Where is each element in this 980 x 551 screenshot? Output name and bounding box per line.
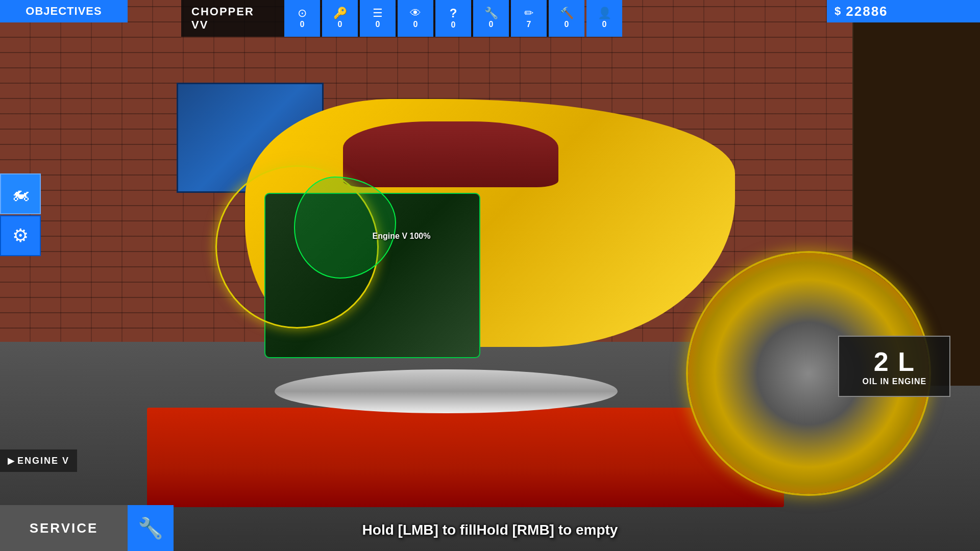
edit-icon-btn[interactable]: ✏ 7 bbox=[511, 0, 547, 37]
oil-info-box: 2 L OIL IN ENGINE bbox=[838, 336, 950, 397]
left-panel: 🏍 ⚙ bbox=[0, 173, 41, 257]
service-tools-icon: 🔧 bbox=[138, 516, 163, 540]
eye-icon-count: 0 bbox=[413, 20, 418, 29]
menu-icon-btn[interactable]: ☰ 0 bbox=[360, 0, 396, 37]
view-icon-btn[interactable]: ⊙ 0 bbox=[284, 0, 320, 37]
money-icon: $ bbox=[835, 5, 841, 18]
bike-view-button[interactable]: 🏍 bbox=[0, 173, 41, 214]
wrench-icon-count: 0 bbox=[489, 20, 494, 29]
engine-icon: ⚙ bbox=[12, 225, 29, 246]
engine-view-button[interactable]: ⚙ bbox=[0, 215, 41, 256]
oil-amount: 2 L bbox=[874, 346, 915, 377]
engine-v-tab[interactable]: ▶ ENGINE V bbox=[0, 449, 77, 472]
view-icon-count: 0 bbox=[300, 20, 305, 29]
key-icon-btn[interactable]: 🔑 0 bbox=[322, 0, 358, 37]
eye-icon: 👁 bbox=[410, 8, 421, 19]
motorcycle-exhaust bbox=[275, 369, 618, 413]
service-icon-button[interactable]: 🔧 bbox=[128, 505, 174, 551]
person-icon-btn[interactable]: 👤 0 bbox=[586, 0, 622, 37]
vehicle-name-container: CHOPPER VV bbox=[181, 0, 283, 37]
view-icon: ⊙ bbox=[298, 8, 307, 19]
menu-icon: ☰ bbox=[373, 8, 383, 19]
hammer-icon-count: 0 bbox=[565, 20, 569, 29]
wrench-icon: 🔧 bbox=[484, 8, 498, 19]
edit-icon: ✏ bbox=[524, 8, 533, 19]
bike-icon: 🏍 bbox=[11, 183, 30, 205]
oil-label: OIL IN ENGINE bbox=[863, 377, 927, 386]
engine-v-tab-label: ENGINE V bbox=[17, 456, 69, 466]
money-value: 22886 bbox=[846, 4, 888, 19]
money-bar: $ 22886 bbox=[827, 0, 980, 22]
question-icon: ? bbox=[450, 7, 457, 19]
engine-v-arrow-icon: ▶ bbox=[8, 455, 15, 466]
objectives-button[interactable]: Objectives bbox=[0, 0, 128, 22]
service-bar: SERVICE 🔧 bbox=[0, 505, 174, 551]
objectives-label: Objectives bbox=[26, 5, 102, 18]
person-icon-count: 0 bbox=[602, 20, 607, 29]
key-icon-count: 0 bbox=[338, 20, 342, 29]
vehicle-bar: CHOPPER VV ⊙ 0 🔑 0 ☰ 0 👁 0 bbox=[181, 0, 569, 37]
vehicle-icons-container: ⊙ 0 🔑 0 ☰ 0 👁 0 ? 0 bbox=[283, 0, 623, 37]
wrench-icon-btn[interactable]: 🔧 0 bbox=[473, 0, 509, 37]
question-icon-btn[interactable]: ? 0 bbox=[435, 0, 471, 37]
menu-icon-count: 0 bbox=[376, 20, 380, 29]
eye-icon-btn[interactable]: 👁 0 bbox=[398, 0, 433, 37]
motorcycle-seat bbox=[343, 121, 558, 188]
service-label-area: SERVICE bbox=[0, 505, 128, 551]
question-icon-count: 0 bbox=[451, 20, 456, 30]
lift-platform bbox=[147, 408, 784, 507]
vehicle-name-label: CHOPPER VV bbox=[191, 5, 273, 32]
hammer-icon: 🔨 bbox=[560, 8, 574, 19]
engine-scene-label: Engine V 100% bbox=[373, 232, 431, 241]
edit-icon-count: 7 bbox=[527, 20, 531, 29]
key-icon: 🔑 bbox=[333, 8, 347, 19]
service-label: SERVICE bbox=[30, 520, 99, 536]
hammer-icon-btn[interactable]: 🔨 0 bbox=[549, 0, 584, 37]
game-canvas: Engine V 100% 2 L OIL IN ENGINE bbox=[0, 0, 980, 551]
person-icon: 👤 bbox=[598, 8, 611, 19]
